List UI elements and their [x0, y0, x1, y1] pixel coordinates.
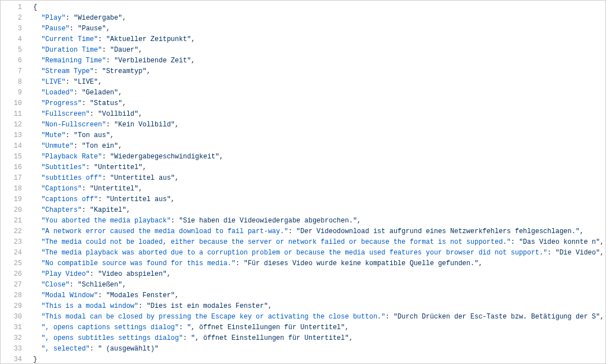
code-line: "Captions": "Untertitel",: [33, 184, 605, 194]
code-line: "Progress": "Status",: [33, 98, 605, 109]
code-line: "Play Video": "Video abspielen",: [33, 269, 605, 280]
line-number: 23: [1, 237, 30, 248]
code-line: "Non-Fullscreen": "Kein Vollbild",: [33, 120, 605, 130]
code-line: "No compatible source was found for this…: [33, 258, 605, 269]
line-number: 4: [1, 34, 30, 45]
json-value: "Die Video": [555, 249, 600, 257]
line-number: 33: [1, 344, 30, 354]
json-value: "Untertitel": [94, 163, 142, 171]
line-number: 5: [1, 45, 30, 56]
line-number-gutter: 1234567891011121314151617181920212223242…: [1, 1, 30, 363]
code-line: "Chapters": "Kapitel",: [33, 205, 605, 216]
code-line: "The media playback was aborted due to a…: [33, 248, 605, 258]
json-value: "Für dieses Video wurde keine kompatible…: [243, 260, 478, 267]
json-key: "Captions": [41, 185, 82, 193]
line-number: 19: [1, 194, 30, 205]
json-value: "Vollbild": [98, 110, 138, 118]
json-value: "Wiedergabegeschwindigkeit": [110, 153, 219, 161]
json-key: "Fullscreen": [41, 110, 89, 118]
line-number: 14: [1, 141, 30, 152]
line-number: 8: [1, 77, 30, 88]
code-area: { "Play": "Wiedergabe", "Pause": "Pause"…: [30, 1, 605, 363]
code-line: "You aborted the media playback": "Sie h…: [33, 216, 605, 226]
json-key: "Duration Time": [41, 46, 102, 54]
code-line: "Playback Rate": "Wiedergabegeschwindigk…: [33, 152, 605, 162]
json-value: ", öffnet Einstellungen für Untertitel": [191, 334, 349, 342]
line-number: 18: [1, 184, 30, 194]
code-line: ", opens captions settings dialog": ", ö…: [33, 322, 605, 333]
code-line: "Loaded": "Geladen",: [33, 88, 605, 98]
code-line: }: [33, 354, 605, 363]
code-line: "LIVE": "LIVE",: [33, 77, 605, 88]
json-key: "You aborted the media playback": [41, 217, 170, 225]
json-value: "Geladen": [82, 89, 118, 97]
json-value: "Der Videodownload ist aufgrund eines Ne…: [296, 228, 580, 235]
json-value: "Video abspielen": [98, 270, 166, 278]
code-line: "Modal Window": "Modales Fenster",: [33, 290, 605, 301]
json-value: "Kein Vollbild": [114, 121, 175, 129]
code-line: "subtitles off": "Untertitel aus",: [33, 173, 605, 184]
line-number: 29: [1, 301, 30, 312]
json-key: ", opens captions settings dialog": [41, 324, 179, 331]
json-value: "Dies ist ein modales Fenster": [147, 302, 268, 310]
json-key: "Unmute": [41, 142, 74, 150]
line-number: 13: [1, 130, 30, 141]
code-line: "Current Time": "Aktueller Zeitpunkt",: [33, 34, 605, 45]
brace-open: {: [33, 3, 37, 11]
json-key: "Current Time": [41, 35, 98, 43]
json-value: "Modales Fenster": [106, 292, 175, 299]
json-value: "Aktueller Zeitpunkt": [106, 35, 191, 43]
line-number: 6: [1, 56, 30, 66]
json-key: "Mute": [41, 131, 65, 139]
json-key: "Subtitles": [41, 163, 85, 171]
json-key: "Stream Type": [41, 67, 94, 75]
line-number: 26: [1, 269, 30, 280]
json-key: ", opens subtitles settings dialog": [41, 334, 183, 342]
json-value: "LIVE": [74, 78, 98, 86]
json-key: "Play Video": [41, 270, 89, 278]
json-key: "Chapters": [41, 206, 82, 214]
code-line: "A network error caused the media downlo…: [33, 226, 605, 237]
json-key: "A network error caused the media downlo…: [41, 228, 288, 235]
line-number: 17: [1, 173, 30, 184]
json-value: "Kapitel": [90, 206, 126, 214]
code-line: "Play": "Wiedergabe",: [33, 13, 605, 24]
json-value: "Ton ein": [82, 142, 118, 150]
line-number: 24: [1, 248, 30, 258]
json-key: "captions off": [41, 195, 98, 203]
code-line: "Stream Type": "Streamtyp",: [33, 66, 605, 77]
json-value: "Untertitel aus": [106, 195, 171, 203]
line-number: 32: [1, 333, 30, 344]
json-key: "The media playback was aborted due to a…: [41, 249, 547, 257]
json-value: "Das Video konnte n": [519, 238, 600, 246]
code-line: "Mute": "Ton aus",: [33, 130, 605, 141]
json-key: "Modal Window": [41, 292, 98, 299]
line-number: 22: [1, 226, 30, 237]
code-line: "This is a modal window": "Dies ist ein …: [33, 301, 605, 312]
line-number: 30: [1, 312, 30, 322]
code-line: "Close": "Schließen",: [33, 280, 605, 290]
json-value: "Pause": [78, 25, 106, 33]
line-number: 9: [1, 88, 30, 98]
code-line: ", selected": " (ausgewählt)": [33, 344, 605, 354]
json-key: "This is a modal window": [41, 302, 138, 310]
json-key: "Pause": [41, 25, 69, 33]
code-line: "This modal can be closed by pressing th…: [33, 312, 605, 322]
line-number: 11: [1, 109, 30, 120]
code-line: "Unmute": "Ton ein",: [33, 141, 605, 152]
line-number: 31: [1, 322, 30, 333]
line-number: 7: [1, 66, 30, 77]
json-value: "Durch Drücken der Esc-Taste bzw. Betäti…: [394, 313, 600, 321]
line-number: 16: [1, 162, 30, 173]
line-number: 2: [1, 13, 30, 24]
json-value: "Sie haben die Videowiedergabe abgebroch…: [179, 217, 357, 225]
json-key: "LIVE": [41, 78, 65, 86]
json-value: "Dauer": [110, 46, 138, 54]
line-number: 10: [1, 98, 30, 109]
json-key: "Play": [41, 14, 65, 22]
line-number: 28: [1, 290, 30, 301]
code-line: "Remaining Time": "Verbleibende Zeit",: [33, 56, 605, 66]
json-key: "subtitles off": [41, 174, 102, 182]
line-number: 34: [1, 354, 30, 364]
line-number: 21: [1, 216, 30, 226]
